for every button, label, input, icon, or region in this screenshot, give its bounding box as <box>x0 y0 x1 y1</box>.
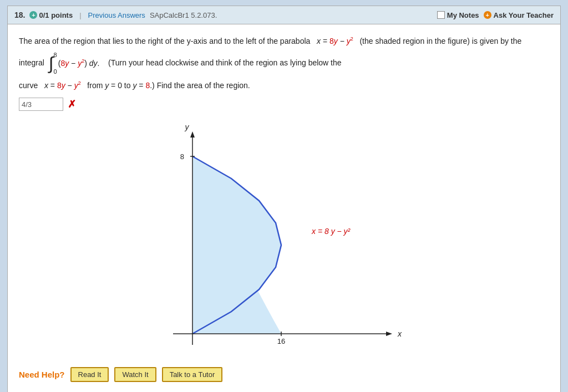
wrong-mark: ✗ <box>68 98 76 110</box>
curve-label: x = 8 y − y² <box>311 227 351 236</box>
ask-teacher-label: Ask Your Teacher <box>494 11 554 19</box>
read-it-button[interactable]: Read It <box>70 367 109 382</box>
talk-to-tutor-button[interactable]: Talk to a Tutor <box>162 367 223 382</box>
previous-answers-link[interactable]: Previous Answers <box>88 11 145 19</box>
integral-display: ∫ 8 0 (8y − y2) dy. <box>49 49 100 78</box>
problem-text: The area of the region that lies to the … <box>19 33 549 93</box>
question-number: 18. <box>14 11 25 19</box>
integral-integrand: (8y − y2) dy. <box>58 55 100 71</box>
x-tick-16-label: 16 <box>277 337 285 345</box>
integral-symbol: ∫ <box>49 54 54 72</box>
graph-svg: y x 8 16 x = 8 y − y² <box>162 118 406 356</box>
header-left: 18. + 0/1 points | Previous Answers SApC… <box>14 11 217 19</box>
orange-plus-icon: + <box>484 11 491 19</box>
y-tick-8-label: 8 <box>180 152 184 161</box>
outer-container: 18. + 0/1 points | Previous Answers SApC… <box>0 0 568 392</box>
y-axis-arrow <box>190 131 195 138</box>
header-bar: 18. + 0/1 points | Previous Answers SApC… <box>8 6 560 24</box>
notes-checkbox[interactable] <box>437 11 445 19</box>
watch-it-button[interactable]: Watch It <box>114 367 156 382</box>
answer-input[interactable]: 4/3 <box>19 98 63 111</box>
y-axis-label: y <box>185 123 190 131</box>
x-axis-arrow <box>386 332 392 336</box>
notes-label: My Notes <box>447 11 479 19</box>
ask-teacher-button[interactable]: + Ask Your Teacher <box>484 11 554 19</box>
integral-limits: 8 0 <box>54 49 57 78</box>
header-right: My Notes + Ask Your Teacher <box>437 11 554 19</box>
graph-container: y x 8 16 x = 8 y − y² <box>19 118 549 356</box>
x-axis-label: x <box>397 329 402 338</box>
problem-text-4: curve x = 8y − y2 from y = 0 to y = 8.) … <box>19 81 250 90</box>
content-area: The area of the region that lies to the … <box>8 24 560 392</box>
notes-area: My Notes <box>437 11 479 19</box>
separator: | <box>79 11 81 19</box>
need-help-label: Need Help? <box>19 370 65 379</box>
points-badge: + 0/1 points <box>29 11 73 19</box>
problem-text-1: The area of the region that lies to the … <box>19 37 353 45</box>
main-card: 18. + 0/1 points | Previous Answers SApC… <box>7 6 561 392</box>
points-text: 0/1 points <box>39 11 73 19</box>
integral-lower: 0 <box>54 65 57 78</box>
integral-upper: 8 <box>54 49 57 61</box>
source-text: SApCalcBr1 5.2.073. <box>150 11 217 19</box>
problem-text-3: (Turn your head clockwise and think of t… <box>104 58 341 67</box>
answer-row: 4/3 ✗ <box>19 98 549 111</box>
need-help-row: Need Help? Read It Watch It Talk to a Tu… <box>19 367 549 382</box>
green-plus-icon: + <box>29 11 37 19</box>
